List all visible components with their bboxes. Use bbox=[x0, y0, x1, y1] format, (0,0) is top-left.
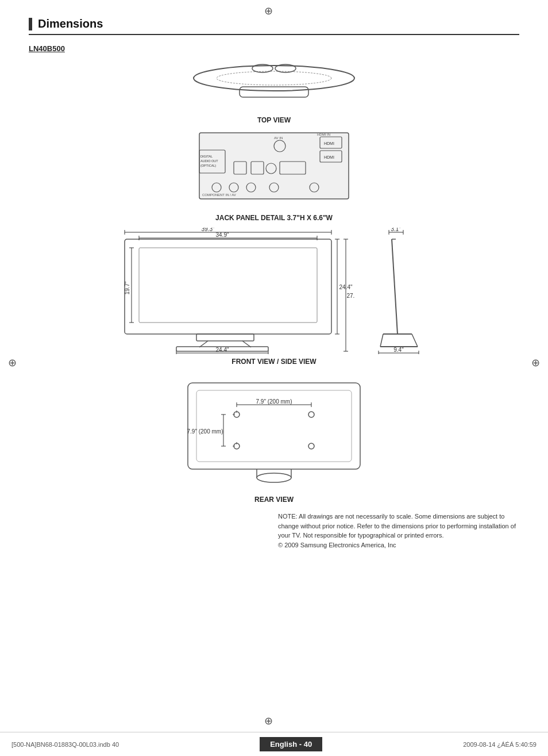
svg-text:39.3": 39.3" bbox=[201, 228, 214, 232]
svg-rect-1 bbox=[240, 87, 308, 97]
svg-text:9.4": 9.4" bbox=[393, 347, 404, 353]
svg-line-57 bbox=[392, 239, 398, 334]
reg-mark-bottom: ⊕ bbox=[264, 715, 273, 727]
top-view-label: TOP VIEW bbox=[29, 116, 519, 124]
svg-text:AV IN: AV IN bbox=[274, 136, 283, 140]
svg-line-62 bbox=[412, 334, 418, 347]
svg-text:7.9" (200 mm): 7.9" (200 mm) bbox=[187, 428, 223, 435]
svg-text:3.1": 3.1" bbox=[391, 228, 401, 232]
svg-text:DIGITAL: DIGITAL bbox=[200, 155, 213, 158]
rear-view-svg: 7.9" (200 mm) 7.9" (200 mm) bbox=[171, 371, 377, 492]
svg-text:24.4": 24.4" bbox=[215, 347, 229, 353]
reg-mark-left: ⊕ bbox=[8, 356, 17, 369]
rear-view-diagram: 7.9" (200 mm) 7.9" (200 mm) bbox=[29, 371, 519, 492]
svg-text:COMPONENT IN / AV: COMPONENT IN / AV bbox=[202, 193, 236, 197]
note-text: NOTE: All drawings are not necessarily t… bbox=[278, 512, 519, 550]
footer-center: English - 40 bbox=[260, 737, 322, 751]
svg-text:19.7": 19.7" bbox=[124, 281, 130, 294]
section-header: Dimensions bbox=[29, 17, 519, 35]
jack-panel-label: JACK PANEL DETAIL 3.7"H X 6.6"W bbox=[29, 214, 519, 222]
section-title: Dimensions bbox=[38, 17, 103, 30]
side-view-svg: 3.1" 9.4" bbox=[372, 228, 441, 354]
svg-point-73 bbox=[257, 473, 291, 482]
svg-text:AUDIO OUT: AUDIO OUT bbox=[200, 159, 218, 163]
svg-text:34.9": 34.9" bbox=[215, 232, 229, 238]
model-number: LN40B500 bbox=[29, 44, 519, 53]
top-view-diagram bbox=[29, 61, 519, 113]
svg-text:27.0": 27.0" bbox=[346, 293, 354, 299]
svg-point-2 bbox=[217, 71, 331, 85]
svg-text:(OPTICAL): (OPTICAL) bbox=[200, 164, 216, 167]
svg-text:HDMI IN: HDMI IN bbox=[317, 133, 330, 136]
title-bar-icon bbox=[29, 18, 32, 30]
note-section: NOTE: All drawings are not necessarily t… bbox=[29, 512, 519, 550]
footer-left: [500-NA]BN68-01883Q-00L03.indb 40 bbox=[11, 741, 119, 748]
svg-rect-27 bbox=[125, 239, 331, 334]
front-side-label: FRONT VIEW / SIDE VIEW bbox=[29, 358, 519, 366]
svg-text:7.9" (200 mm): 7.9" (200 mm) bbox=[256, 398, 292, 405]
svg-point-83 bbox=[308, 443, 314, 449]
rear-view-label: REAR VIEW bbox=[29, 496, 519, 504]
footer: [500-NA]BN68-01883Q-00L03.indb 40 Englis… bbox=[0, 732, 548, 756]
jack-panel-svg: HDMI HDMI HDMI IN AV IN DIGITAL AUDIO OU… bbox=[188, 130, 360, 210]
footer-right: 2009-08-14 ¿ÁÉÁ 5:40:59 bbox=[463, 741, 537, 748]
svg-text:HDMI: HDMI bbox=[324, 141, 334, 145]
reg-mark-top: ⊕ bbox=[264, 5, 273, 17]
svg-line-61 bbox=[380, 334, 383, 347]
svg-rect-29 bbox=[196, 334, 254, 341]
reg-mark-right: ⊕ bbox=[531, 356, 540, 369]
front-view-svg: 39.3" 34.9" 19.7" 24.4" 27.0" bbox=[107, 228, 354, 354]
jack-panel-diagram: HDMI HDMI HDMI IN AV IN DIGITAL AUDIO OU… bbox=[29, 130, 519, 210]
top-view-svg bbox=[182, 61, 366, 113]
svg-rect-28 bbox=[139, 248, 317, 323]
svg-text:HDMI: HDMI bbox=[324, 155, 334, 159]
front-side-diagram: 39.3" 34.9" 19.7" 24.4" 27.0" bbox=[29, 228, 519, 354]
page: ⊕ ⊕ ⊕ ⊕ Dimensions LN40B500 TOP VIEW H bbox=[0, 0, 548, 756]
svg-rect-71 bbox=[188, 383, 360, 469]
svg-point-79 bbox=[308, 412, 314, 417]
